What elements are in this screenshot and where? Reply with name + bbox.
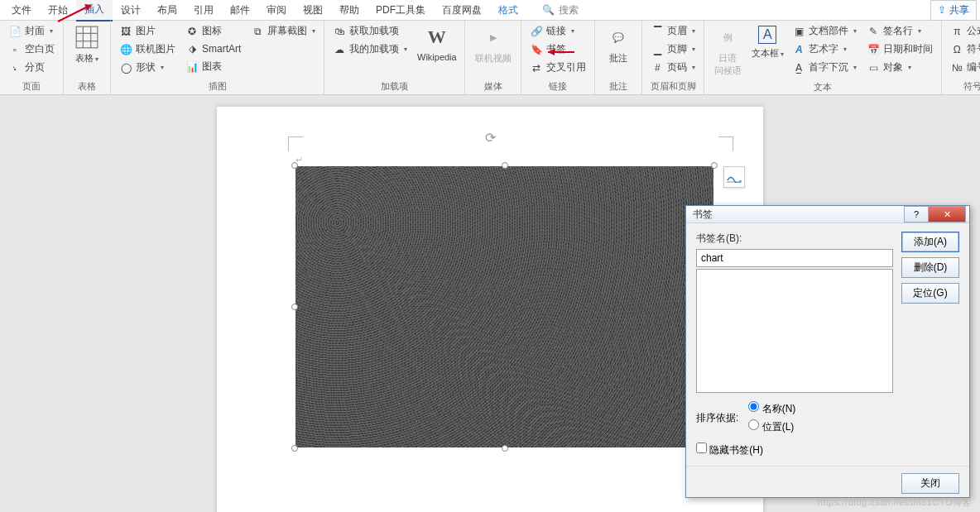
online-video-button[interactable]: ▶ 联机视频 — [470, 22, 516, 79]
chart-button[interactable]: 📊图表 — [182, 58, 244, 75]
symbol-button[interactable]: Ω符号 — [947, 41, 980, 58]
group-comments: 💬 批注 批注 — [595, 21, 642, 94]
link-button[interactable]: 🔗链接 — [526, 22, 589, 40]
bookmark-button[interactable]: 🔖书签 — [526, 41, 589, 58]
shapes-button[interactable]: ◯形状 — [116, 59, 179, 76]
share-button[interactable]: ⇪ 共享 — [930, 0, 977, 21]
menu-help[interactable]: 帮助 — [331, 0, 368, 21]
picture-icon: 🖼 — [119, 25, 132, 38]
close-button[interactable]: 关闭 — [901, 473, 959, 494]
footer-icon: ▁ — [651, 43, 664, 56]
svg-rect-0 — [76, 26, 98, 48]
doc-parts-button[interactable]: ▣文档部件 — [789, 22, 860, 40]
menu-design[interactable]: 设计 — [113, 0, 149, 21]
menu-review[interactable]: 审阅 — [258, 0, 295, 21]
margin-mark-tr — [718, 136, 733, 151]
group-text: 例 日语 问候语 A 文本框 ▣文档部件 A艺术字 A̲首字下沉 ✎签名行 📅日… — [704, 21, 942, 94]
cross-reference-button[interactable]: ⇄交叉引用 — [526, 59, 589, 76]
shapes-icon: ◯ — [119, 61, 132, 74]
selected-image[interactable] — [295, 166, 713, 447]
textbox-icon: A — [758, 26, 776, 44]
textbox-button[interactable]: A 文本框 — [749, 22, 785, 80]
sort-location-radio[interactable]: 位置(L) — [748, 419, 795, 434]
layout-options-button[interactable] — [723, 166, 745, 188]
resize-handle-bl[interactable] — [291, 445, 298, 452]
dialog-close-x-button[interactable]: ✕ — [928, 206, 966, 223]
datetime-button[interactable]: 📅日期和时间 — [863, 41, 936, 58]
group-title-links: 链接 — [526, 79, 589, 93]
share-icon: ⇪ — [938, 4, 946, 16]
wordart-icon: A — [792, 43, 805, 56]
number-button[interactable]: №编号 — [947, 59, 980, 76]
document-page[interactable]: ⟳ ↵ — [217, 107, 763, 512]
my-addins-button[interactable]: ☁我的加载项 — [329, 41, 411, 58]
menu-file[interactable]: 文件 — [3, 0, 40, 21]
menu-view[interactable]: 视图 — [295, 0, 331, 21]
object-button[interactable]: ▭对象 — [863, 59, 936, 76]
online-picture-button[interactable]: 🌐联机图片 — [116, 41, 179, 58]
picture-button[interactable]: 🖼图片 — [116, 22, 179, 40]
rotate-handle[interactable]: ⟳ — [485, 130, 496, 146]
table-button[interactable]: 表格 — [69, 22, 105, 79]
group-title-symbols: 符号 — [947, 79, 980, 93]
chart-icon: 📊 — [185, 60, 199, 74]
dialog-body: 书签名(B): 添加(A) 删除(D) 定位(G) 排序依据: 名称(N) 位置… — [686, 223, 969, 466]
goto-button[interactable]: 定位(G) — [901, 283, 959, 304]
page-number-button[interactable]: #页码 — [647, 59, 699, 76]
group-title-hf: 页眉和页脚 — [647, 79, 699, 93]
group-tables: 表格 表格 — [64, 21, 111, 94]
wordart-button[interactable]: A艺术字 — [789, 41, 860, 58]
menu-references[interactable]: 引用 — [185, 0, 222, 21]
dropcap-button[interactable]: A̲首字下沉 — [789, 59, 860, 76]
blank-page-icon: ▫ — [8, 43, 22, 56]
group-title-media: 媒体 — [470, 79, 516, 93]
get-addins-button[interactable]: 🛍获取加载项 — [329, 22, 411, 40]
sort-name-radio[interactable]: 名称(N) — [748, 401, 795, 416]
resize-handle-b[interactable] — [502, 445, 508, 452]
menu-format[interactable]: 格式 — [490, 0, 526, 21]
header-icon: ▔ — [651, 25, 664, 38]
bookmark-dialog: 书签 ? ✕ 书签名(B): 添加(A) 删除(D) 定位(G) 排序依据: 名… — [685, 205, 970, 498]
online-picture-icon: 🌐 — [119, 43, 132, 56]
dialog-titlebar[interactable]: 书签 ? ✕ — [686, 206, 969, 223]
page-break-button[interactable]: ⭏分页 — [5, 59, 58, 76]
cover-icon: 📄 — [8, 25, 22, 38]
resize-handle-tr[interactable] — [711, 162, 718, 169]
bookmark-name-input[interactable] — [696, 249, 893, 267]
group-title-comments: 批注 — [600, 79, 637, 93]
resize-handle-l[interactable] — [291, 304, 298, 310]
jp-greeting-button[interactable]: 例 日语 问候语 — [709, 22, 746, 80]
blank-page-button[interactable]: ▫空白页 — [5, 41, 58, 58]
delete-button[interactable]: 删除(D) — [901, 257, 959, 278]
resize-handle-t[interactable] — [502, 162, 508, 169]
signature-button[interactable]: ✎签名行 — [863, 22, 936, 40]
equation-button[interactable]: π公式 — [947, 22, 980, 40]
bookmark-list[interactable] — [696, 269, 893, 393]
dialog-title: 书签 — [693, 208, 905, 222]
group-header-footer: ▔页眉 ▁页脚 #页码 页眉和页脚 — [642, 21, 704, 94]
resize-handle-tl[interactable] — [291, 162, 298, 169]
group-symbols: π公式 Ω符号 №编号 符号 — [942, 21, 980, 94]
menu-insert[interactable]: 插入 — [76, 0, 113, 22]
wikipedia-button[interactable]: W Wikipedia — [414, 22, 459, 79]
video-icon: ▶ — [482, 26, 505, 49]
header-button[interactable]: ▔页眉 — [647, 22, 699, 40]
dialog-help-button[interactable]: ? — [904, 206, 929, 223]
screenshot-button[interactable]: ⧉屏幕截图 — [247, 22, 319, 40]
comment-button[interactable]: 💬 批注 — [600, 22, 637, 79]
hidden-bookmarks-checkbox[interactable]: 隐藏书签(H) — [696, 444, 763, 456]
menu-baidu[interactable]: 百度网盘 — [434, 0, 490, 21]
add-button[interactable]: 添加(A) — [901, 232, 959, 252]
group-links: 🔗链接 🔖书签 ⇄交叉引用 链接 — [521, 21, 595, 94]
group-title-addins: 加载项 — [329, 79, 459, 93]
menu-mail[interactable]: 邮件 — [222, 0, 258, 21]
footer-button[interactable]: ▁页脚 — [647, 41, 699, 58]
smartart-button[interactable]: ⬗SmartArt — [182, 41, 244, 57]
icons-button[interactable]: ✪图标 — [182, 22, 244, 40]
menu-layout[interactable]: 布局 — [149, 0, 185, 21]
menu-pdf[interactable]: PDF工具集 — [368, 0, 434, 21]
page-break-icon: ⭏ — [8, 61, 22, 74]
menu-home[interactable]: 开始 — [40, 0, 76, 21]
search-box[interactable]: 🔍 搜索 — [541, 3, 579, 17]
cover-page-button[interactable]: 📄封面 — [5, 22, 58, 40]
